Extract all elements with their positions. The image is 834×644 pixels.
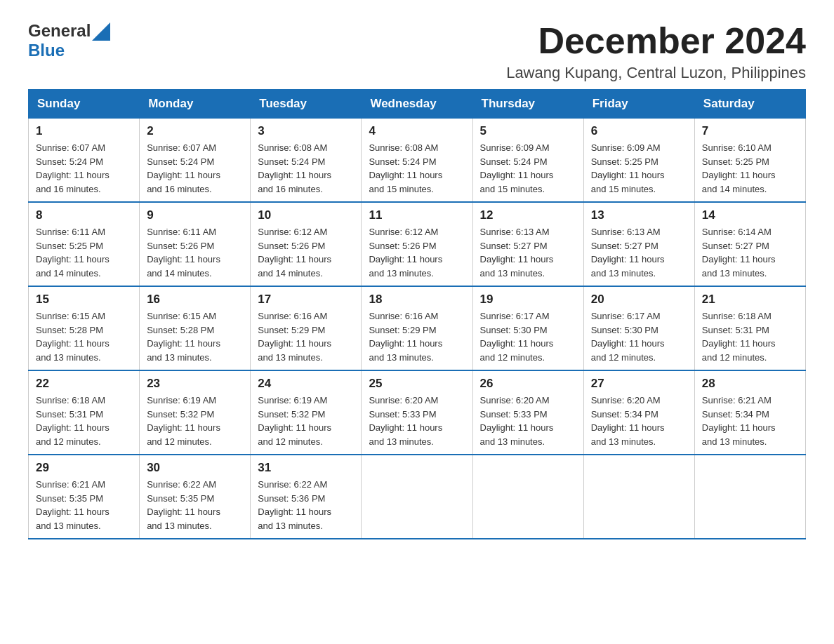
title-block: December 2024 Lawang Kupang, Central Luz… bbox=[506, 21, 806, 82]
day-info: Sunrise: 6:10 AM Sunset: 5:25 PM Dayligh… bbox=[702, 141, 798, 196]
calendar-cell: 4 Sunrise: 6:08 AM Sunset: 5:24 PM Dayli… bbox=[362, 119, 472, 203]
day-number: 30 bbox=[147, 461, 243, 475]
day-number: 28 bbox=[702, 377, 798, 391]
day-info: Sunrise: 6:19 AM Sunset: 5:32 PM Dayligh… bbox=[147, 394, 243, 448]
day-number: 6 bbox=[591, 124, 687, 138]
day-info: Sunrise: 6:20 AM Sunset: 5:33 PM Dayligh… bbox=[480, 394, 576, 448]
day-info: Sunrise: 6:09 AM Sunset: 5:24 PM Dayligh… bbox=[480, 141, 576, 196]
day-info: Sunrise: 6:11 AM Sunset: 5:25 PM Dayligh… bbox=[36, 225, 132, 280]
calendar-week-4: 22 Sunrise: 6:18 AM Sunset: 5:31 PM Dayl… bbox=[29, 370, 806, 455]
day-info: Sunrise: 6:18 AM Sunset: 5:31 PM Dayligh… bbox=[36, 394, 132, 448]
weekday-header-tuesday: Tuesday bbox=[251, 90, 362, 119]
calendar-subtitle: Lawang Kupang, Central Luzon, Philippine… bbox=[506, 64, 806, 82]
weekday-header-thursday: Thursday bbox=[472, 90, 583, 119]
weekday-header-friday: Friday bbox=[583, 90, 694, 119]
calendar-cell: 20 Sunrise: 6:17 AM Sunset: 5:30 PM Dayl… bbox=[583, 286, 694, 370]
day-info: Sunrise: 6:21 AM Sunset: 5:35 PM Dayligh… bbox=[36, 478, 132, 532]
day-info: Sunrise: 6:17 AM Sunset: 5:30 PM Dayligh… bbox=[591, 309, 687, 364]
day-number: 31 bbox=[258, 461, 354, 475]
day-number: 1 bbox=[36, 124, 132, 138]
calendar-cell: 28 Sunrise: 6:21 AM Sunset: 5:34 PM Dayl… bbox=[694, 370, 805, 455]
calendar-cell: 7 Sunrise: 6:10 AM Sunset: 5:25 PM Dayli… bbox=[694, 119, 805, 203]
day-number: 25 bbox=[369, 377, 465, 391]
calendar-cell: 29 Sunrise: 6:21 AM Sunset: 5:35 PM Dayl… bbox=[29, 455, 140, 539]
day-info: Sunrise: 6:13 AM Sunset: 5:27 PM Dayligh… bbox=[591, 225, 687, 280]
calendar-cell: 18 Sunrise: 6:16 AM Sunset: 5:29 PM Dayl… bbox=[362, 286, 472, 370]
calendar-cell: 6 Sunrise: 6:09 AM Sunset: 5:25 PM Dayli… bbox=[583, 119, 694, 203]
day-info: Sunrise: 6:07 AM Sunset: 5:24 PM Dayligh… bbox=[36, 141, 132, 196]
calendar-cell bbox=[583, 455, 694, 539]
calendar-cell: 12 Sunrise: 6:13 AM Sunset: 5:27 PM Dayl… bbox=[472, 202, 583, 286]
day-number: 7 bbox=[702, 124, 798, 138]
calendar-table: SundayMondayTuesdayWednesdayThursdayFrid… bbox=[28, 89, 806, 539]
calendar-week-5: 29 Sunrise: 6:21 AM Sunset: 5:35 PM Dayl… bbox=[29, 455, 806, 539]
calendar-cell: 10 Sunrise: 6:12 AM Sunset: 5:26 PM Dayl… bbox=[251, 202, 362, 286]
day-number: 17 bbox=[258, 293, 354, 307]
day-info: Sunrise: 6:20 AM Sunset: 5:34 PM Dayligh… bbox=[591, 394, 687, 448]
day-number: 26 bbox=[480, 377, 576, 391]
day-number: 4 bbox=[369, 124, 465, 138]
calendar-cell: 27 Sunrise: 6:20 AM Sunset: 5:34 PM Dayl… bbox=[583, 370, 694, 455]
day-number: 8 bbox=[36, 208, 132, 222]
calendar-cell: 21 Sunrise: 6:18 AM Sunset: 5:31 PM Dayl… bbox=[694, 286, 805, 370]
day-info: Sunrise: 6:09 AM Sunset: 5:25 PM Dayligh… bbox=[591, 141, 687, 196]
day-info: Sunrise: 6:13 AM Sunset: 5:27 PM Dayligh… bbox=[480, 225, 576, 280]
day-number: 5 bbox=[480, 124, 576, 138]
weekday-header-wednesday: Wednesday bbox=[362, 90, 472, 119]
day-info: Sunrise: 6:20 AM Sunset: 5:33 PM Dayligh… bbox=[369, 394, 465, 448]
calendar-cell: 14 Sunrise: 6:14 AM Sunset: 5:27 PM Dayl… bbox=[694, 202, 805, 286]
logo-blue-text: Blue bbox=[28, 41, 65, 60]
day-info: Sunrise: 6:15 AM Sunset: 5:28 PM Dayligh… bbox=[147, 309, 243, 364]
weekday-header-monday: Monday bbox=[140, 90, 251, 119]
day-info: Sunrise: 6:19 AM Sunset: 5:32 PM Dayligh… bbox=[258, 394, 354, 448]
calendar-cell: 13 Sunrise: 6:13 AM Sunset: 5:27 PM Dayl… bbox=[583, 202, 694, 286]
day-number: 29 bbox=[36, 461, 132, 475]
day-info: Sunrise: 6:07 AM Sunset: 5:24 PM Dayligh… bbox=[147, 141, 243, 196]
day-number: 16 bbox=[147, 293, 243, 307]
day-number: 20 bbox=[591, 293, 687, 307]
calendar-week-3: 15 Sunrise: 6:15 AM Sunset: 5:28 PM Dayl… bbox=[29, 286, 806, 370]
day-number: 24 bbox=[258, 377, 354, 391]
day-info: Sunrise: 6:22 AM Sunset: 5:36 PM Dayligh… bbox=[258, 478, 354, 532]
logo-triangle-icon bbox=[92, 22, 110, 41]
day-number: 2 bbox=[147, 124, 243, 138]
calendar-cell: 3 Sunrise: 6:08 AM Sunset: 5:24 PM Dayli… bbox=[251, 119, 362, 203]
day-number: 18 bbox=[369, 293, 465, 307]
weekday-header-row: SundayMondayTuesdayWednesdayThursdayFrid… bbox=[29, 90, 806, 119]
calendar-cell bbox=[694, 455, 805, 539]
calendar-title: December 2024 bbox=[506, 21, 806, 61]
day-number: 12 bbox=[480, 208, 576, 222]
day-number: 14 bbox=[702, 208, 798, 222]
calendar-cell: 22 Sunrise: 6:18 AM Sunset: 5:31 PM Dayl… bbox=[29, 370, 140, 455]
calendar-cell: 24 Sunrise: 6:19 AM Sunset: 5:32 PM Dayl… bbox=[251, 370, 362, 455]
calendar-cell: 8 Sunrise: 6:11 AM Sunset: 5:25 PM Dayli… bbox=[29, 202, 140, 286]
calendar-cell: 5 Sunrise: 6:09 AM Sunset: 5:24 PM Dayli… bbox=[472, 119, 583, 203]
day-info: Sunrise: 6:15 AM Sunset: 5:28 PM Dayligh… bbox=[36, 309, 132, 364]
day-info: Sunrise: 6:16 AM Sunset: 5:29 PM Dayligh… bbox=[369, 309, 465, 364]
calendar-cell: 23 Sunrise: 6:19 AM Sunset: 5:32 PM Dayl… bbox=[140, 370, 251, 455]
day-info: Sunrise: 6:12 AM Sunset: 5:26 PM Dayligh… bbox=[258, 225, 354, 280]
calendar-cell: 25 Sunrise: 6:20 AM Sunset: 5:33 PM Dayl… bbox=[362, 370, 472, 455]
day-number: 3 bbox=[258, 124, 354, 138]
day-number: 9 bbox=[147, 208, 243, 222]
day-info: Sunrise: 6:11 AM Sunset: 5:26 PM Dayligh… bbox=[147, 225, 243, 280]
calendar-cell bbox=[472, 455, 583, 539]
logo: General Blue bbox=[28, 21, 110, 60]
calendar-cell: 30 Sunrise: 6:22 AM Sunset: 5:35 PM Dayl… bbox=[140, 455, 251, 539]
calendar-cell: 31 Sunrise: 6:22 AM Sunset: 5:36 PM Dayl… bbox=[251, 455, 362, 539]
calendar-cell: 19 Sunrise: 6:17 AM Sunset: 5:30 PM Dayl… bbox=[472, 286, 583, 370]
calendar-week-2: 8 Sunrise: 6:11 AM Sunset: 5:25 PM Dayli… bbox=[29, 202, 806, 286]
day-info: Sunrise: 6:14 AM Sunset: 5:27 PM Dayligh… bbox=[702, 225, 798, 280]
day-number: 11 bbox=[369, 208, 465, 222]
day-info: Sunrise: 6:16 AM Sunset: 5:29 PM Dayligh… bbox=[258, 309, 354, 364]
weekday-header-saturday: Saturday bbox=[694, 90, 805, 119]
logo-general-text: General bbox=[28, 21, 91, 41]
day-info: Sunrise: 6:18 AM Sunset: 5:31 PM Dayligh… bbox=[702, 309, 798, 364]
day-info: Sunrise: 6:21 AM Sunset: 5:34 PM Dayligh… bbox=[702, 394, 798, 448]
day-info: Sunrise: 6:08 AM Sunset: 5:24 PM Dayligh… bbox=[369, 141, 465, 196]
calendar-cell: 9 Sunrise: 6:11 AM Sunset: 5:26 PM Dayli… bbox=[140, 202, 251, 286]
day-number: 13 bbox=[591, 208, 687, 222]
day-info: Sunrise: 6:17 AM Sunset: 5:30 PM Dayligh… bbox=[480, 309, 576, 364]
day-number: 21 bbox=[702, 293, 798, 307]
day-number: 10 bbox=[258, 208, 354, 222]
